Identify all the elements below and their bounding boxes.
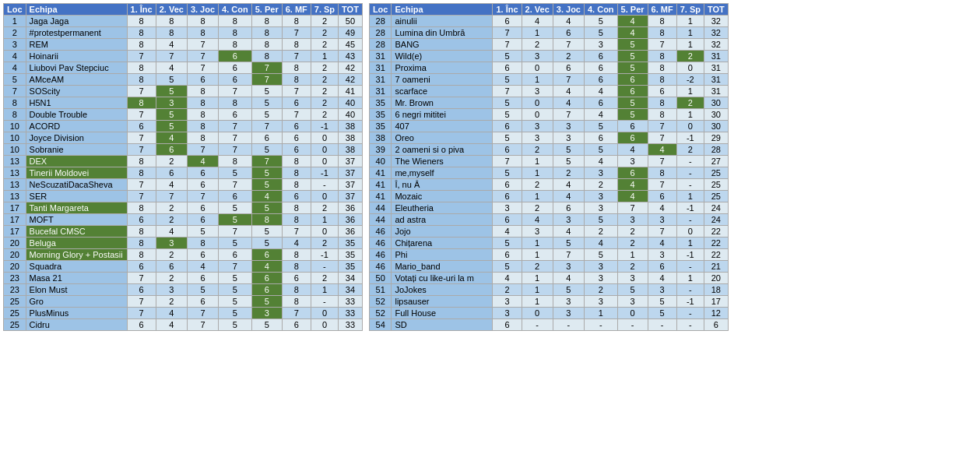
table-cell: 8 — [127, 62, 156, 74]
table-cell: 8 — [187, 121, 218, 132]
col-header-2: 1. Înc — [493, 4, 522, 16]
table-cell: JoJokes — [392, 284, 493, 296]
table-cell: 6 — [282, 319, 311, 331]
table-cell: 52 — [369, 296, 392, 308]
table-cell: 37 — [339, 179, 363, 191]
table-cell: 51 — [369, 284, 392, 296]
table-cell: 2 — [156, 214, 187, 226]
table-cell: 8 — [187, 109, 218, 121]
table-cell: 2 — [522, 179, 553, 191]
table-cell: 8 — [282, 16, 311, 27]
table-row: 44Eleutheria326374-124 — [369, 202, 728, 214]
table-cell: 5 — [219, 273, 252, 284]
table-cell: 3 — [553, 261, 584, 273]
table-cell: 4 — [522, 214, 553, 226]
table-row: 50Votați cu like-uri la m414334120 — [369, 273, 728, 284]
table-cell: 7 — [617, 202, 648, 214]
table-cell: 5 — [251, 97, 282, 109]
table-cell: 5 — [219, 238, 252, 249]
table-cell: 1 — [584, 308, 617, 319]
table-cell: 36 — [339, 214, 363, 226]
table-cell: 2 — [522, 144, 553, 156]
table-cell: DEX — [26, 156, 127, 167]
table-cell: 35 — [369, 121, 392, 132]
table-cell: 6 — [156, 144, 187, 156]
table-cell: 1 — [311, 51, 338, 62]
table-cell: 25 — [704, 179, 728, 191]
table-row: 35407633567030 — [369, 121, 728, 132]
table-cell: 5 — [187, 284, 218, 296]
right-table-container: LocEchipa1. Înc2. Vec3. Joc4. Con5. Per6… — [369, 3, 729, 331]
table-cell: 8 — [282, 284, 311, 296]
table-row: 40The Wieners715437-27 — [369, 156, 728, 167]
table-cell: 31 — [704, 51, 728, 62]
table-cell: 5 — [219, 167, 252, 179]
table-cell: 21 — [704, 261, 728, 273]
col-header-1: Echipa — [26, 4, 127, 16]
table-cell: 6 — [282, 97, 311, 109]
table-cell: 7 — [127, 51, 156, 62]
table-cell: 5 — [584, 214, 617, 226]
table-cell: 2 — [584, 226, 617, 238]
table-cell: Phi — [392, 249, 493, 261]
table-cell: 6 — [493, 179, 522, 191]
table-cell: 7 — [648, 39, 676, 51]
table-cell: 4 — [553, 97, 584, 109]
table-cell: 46 — [369, 238, 392, 249]
table-cell: 25 — [704, 167, 728, 179]
table-cell: 4 — [553, 191, 584, 202]
table-cell: 407 — [392, 121, 493, 132]
table-cell: 7 — [156, 51, 187, 62]
table-cell: 6 — [648, 261, 676, 273]
table-cell: 2 — [676, 97, 704, 109]
table-cell: 5 — [584, 249, 617, 261]
table-cell: 3 — [648, 249, 676, 261]
table-cell: 8 — [648, 27, 676, 39]
table-cell: 2 — [4, 27, 26, 39]
table-cell: 45 — [339, 39, 363, 51]
table-cell: 1 — [522, 74, 553, 86]
table-cell: 8 — [127, 226, 156, 238]
table-cell: 7 — [493, 156, 522, 167]
table-cell: 8 — [648, 74, 676, 86]
table-cell: 7 — [648, 121, 676, 132]
table-cell: 1 — [617, 249, 648, 261]
table-cell: 3 — [156, 284, 187, 296]
table-cell: 8 — [127, 202, 156, 214]
table-cell: 2 — [311, 74, 338, 86]
table-cell: 6 — [187, 249, 218, 261]
table-cell: 6 — [617, 121, 648, 132]
table-row: 28BANG727357132 — [369, 39, 728, 51]
table-cell: 31 — [704, 62, 728, 74]
table-cell: - — [311, 296, 338, 308]
table-cell: 37 — [339, 167, 363, 179]
table-cell: 7 — [187, 144, 218, 156]
table-cell: Proxima — [392, 62, 493, 74]
table-cell: 5 — [251, 226, 282, 238]
table-cell: 7 — [648, 179, 676, 191]
table-cell: Oreo — [392, 132, 493, 144]
table-cell: 4 — [4, 51, 26, 62]
table-cell: 6 — [127, 261, 156, 273]
col-header-5: 4. Con — [584, 4, 617, 16]
table-cell: 4 — [584, 109, 617, 121]
table-cell: 7 — [127, 179, 156, 191]
table-cell: 2 — [311, 273, 338, 284]
table-cell: 30 — [704, 97, 728, 109]
table-cell: 20 — [4, 238, 26, 249]
table-cell: - — [584, 319, 617, 331]
table-cell: 6 — [553, 202, 584, 214]
table-cell: 5 — [617, 39, 648, 51]
table-cell: 7 — [553, 109, 584, 121]
table-cell: - — [522, 319, 553, 331]
table-cell: 5 — [156, 86, 187, 97]
table-cell: 7 — [282, 27, 311, 39]
table-cell: 7 — [127, 308, 156, 319]
table-cell: 6 — [584, 132, 617, 144]
table-cell: 5 — [648, 308, 676, 319]
table-cell: 1 — [522, 167, 553, 179]
table-row: 7SOScity758757241 — [4, 86, 363, 97]
table-cell: 4 — [282, 238, 311, 249]
table-cell: 7 — [219, 179, 252, 191]
right-table: LocEchipa1. Înc2. Vec3. Joc4. Con5. Per6… — [369, 3, 729, 331]
